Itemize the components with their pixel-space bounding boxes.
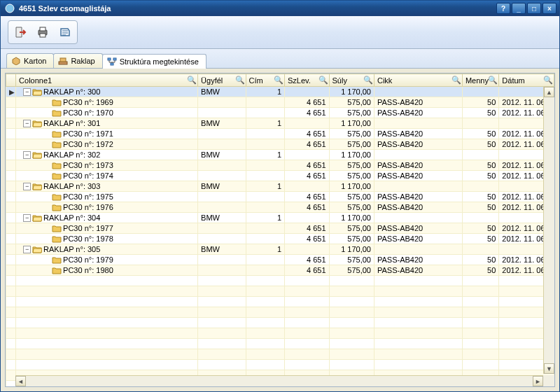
- row-marker: [6, 118, 16, 129]
- pallet-row[interactable]: −RAKLAP n°: 305BMW11 170,00: [6, 244, 554, 255]
- folder-open-icon: [32, 214, 42, 222]
- scroll-down-button[interactable]: ▼: [544, 363, 554, 374]
- magnifier-icon[interactable]: 🔍: [236, 76, 244, 84]
- cell-cim: 1: [246, 181, 284, 192]
- box-row[interactable]: PC30 n°: 19744 651575,00PASS-AB420502012…: [6, 171, 554, 181]
- main-window: 4651 Szlev csomaglistája ? _ □ × Karton: [0, 0, 560, 392]
- pallet-label: RAKLAP n°: 301: [43, 119, 100, 127]
- cell-ugyfel: BMW: [198, 87, 246, 97]
- cell-suly: 1 170,00: [329, 244, 374, 255]
- cell-cikk: PASS-AB420: [374, 192, 462, 202]
- magnifier-icon[interactable]: 🔍: [364, 76, 372, 84]
- cell-suly: 575,00: [329, 139, 374, 150]
- cell-menny: [462, 181, 498, 192]
- cell-menny: 50: [462, 234, 498, 244]
- cell-suly: 575,00: [329, 129, 374, 139]
- pallet-row[interactable]: −RAKLAP n°: 304BMW11 170,00: [6, 213, 554, 223]
- pallet-row[interactable]: −RAKLAP n°: 302BMW11 170,00: [6, 150, 554, 160]
- cell-menny: 50: [462, 97, 498, 108]
- title-bar[interactable]: 4651 Szlev csomaglistája ? _ □ ×: [1, 1, 559, 16]
- box-row[interactable]: PC30 n°: 19804 651575,00PASS-AB420502012…: [6, 265, 554, 276]
- cell-suly: 575,00: [329, 234, 374, 244]
- pallet-row[interactable]: ▶−RAKLAP n°: 300BMW11 170,00: [6, 87, 554, 97]
- collapse-toggle[interactable]: −: [23, 120, 31, 127]
- box-row[interactable]: PC30 n°: 19754 651575,00PASS-AB420502012…: [6, 192, 554, 202]
- col-szlev[interactable]: SzLev.🔍: [285, 74, 329, 87]
- close-button[interactable]: ×: [542, 3, 556, 14]
- col-cikk[interactable]: Cikk🔍: [374, 74, 462, 87]
- col-suly[interactable]: Súly🔍: [329, 74, 374, 87]
- cell-cikk: PASS-AB420: [374, 129, 462, 139]
- tab-structure[interactable]: Struktúra megtekintése: [102, 54, 206, 69]
- cell-menny: [462, 244, 498, 255]
- folder-icon: [52, 255, 62, 264]
- cell-szlev: 4 651: [285, 234, 329, 244]
- magnifier-icon[interactable]: 🔍: [188, 76, 196, 84]
- cell-menny: [462, 150, 498, 160]
- box-label: PC30 n°: 1979: [63, 255, 113, 264]
- cell-szlev: [285, 87, 329, 97]
- magnifier-icon[interactable]: 🔍: [319, 76, 328, 84]
- print-button[interactable]: [32, 22, 53, 42]
- cell-suly: 1 170,00: [329, 213, 374, 223]
- scroll-right-button[interactable]: ►: [533, 376, 543, 386]
- col-menny[interactable]: Menny🔍: [462, 74, 498, 87]
- cell-menny: 50: [462, 202, 498, 213]
- box-row[interactable]: PC30 n°: 19694 651575,00PASS-AB420502012…: [6, 97, 554, 108]
- col-colonne1[interactable]: Colonne1🔍: [16, 74, 198, 87]
- cell-cim: 1: [246, 150, 284, 160]
- magnifier-icon[interactable]: 🔍: [489, 76, 497, 84]
- tree-grid[interactable]: Colonne1🔍 Ügyfél🔍 Cím🔍 SzLev.🔍 Súly🔍 Cik…: [5, 73, 555, 387]
- magnifier-icon[interactable]: 🔍: [452, 76, 461, 84]
- vertical-scrollbar[interactable]: ▲ ▼: [543, 87, 554, 374]
- scroll-left-button[interactable]: ◄: [15, 376, 26, 386]
- maximize-button[interactable]: □: [527, 3, 541, 14]
- pallet-row[interactable]: −RAKLAP n°: 301BMW11 170,00: [6, 118, 554, 129]
- exit-button[interactable]: [10, 22, 31, 42]
- folder-open-icon: [32, 119, 42, 127]
- folder-open-icon: [32, 182, 42, 190]
- cell-suly: 575,00: [329, 171, 374, 181]
- pallet-row[interactable]: −RAKLAP n°: 303BMW11 170,00: [6, 181, 554, 192]
- col-ugyfel[interactable]: Ügyfél🔍: [198, 74, 246, 87]
- cell-ugyfel: BMW: [198, 213, 246, 223]
- box-label: PC30 n°: 1971: [63, 130, 113, 138]
- cell-ugyfel: BMW: [198, 118, 246, 129]
- scroll-up-button[interactable]: ▲: [544, 87, 554, 97]
- collapse-toggle[interactable]: −: [23, 88, 31, 96]
- cell-cikk: PASS-AB420: [374, 108, 462, 118]
- box-row[interactable]: PC30 n°: 19724 651575,00PASS-AB420502012…: [6, 139, 554, 150]
- minimize-button[interactable]: _: [512, 3, 526, 14]
- export-button[interactable]: [55, 22, 76, 42]
- col-datum[interactable]: Dátum🔍: [499, 74, 554, 87]
- collapse-toggle[interactable]: −: [23, 214, 31, 222]
- box-label: PC30 n°: 1974: [63, 172, 113, 180]
- box-row[interactable]: PC30 n°: 19734 651575,00PASS-AB420502012…: [6, 160, 554, 171]
- box-row[interactable]: PC30 n°: 19794 651575,00PASS-AB420502012…: [6, 255, 554, 265]
- cell-szlev: 4 651: [285, 160, 329, 171]
- magnifier-icon[interactable]: 🔍: [274, 76, 283, 84]
- collapse-toggle[interactable]: −: [23, 151, 31, 159]
- row-marker: [6, 150, 16, 160]
- horizontal-scrollbar[interactable]: ◄ ►: [15, 375, 543, 386]
- box-row[interactable]: PC30 n°: 19784 651575,00PASS-AB420502012…: [6, 234, 554, 244]
- collapse-toggle[interactable]: −: [23, 183, 31, 190]
- tab-karton[interactable]: Karton: [6, 53, 54, 68]
- tab-raklap[interactable]: Raklap: [53, 53, 102, 68]
- box-row[interactable]: PC30 n°: 19714 651575,00PASS-AB420502012…: [6, 129, 554, 139]
- magnifier-icon[interactable]: 🔍: [544, 76, 552, 84]
- col-rowmarker[interactable]: [6, 74, 16, 87]
- collapse-toggle[interactable]: −: [23, 246, 31, 253]
- help-button[interactable]: ?: [496, 3, 510, 14]
- box-label: PC30 n°: 1980: [63, 266, 113, 274]
- empty-row: [6, 349, 554, 360]
- tree-icon: [107, 57, 117, 66]
- col-cim[interactable]: Cím🔍: [246, 74, 284, 87]
- cell-cim: 1: [246, 244, 284, 255]
- box-row[interactable]: PC30 n°: 19764 651575,00PASS-AB420502012…: [6, 202, 554, 213]
- cell-cikk: PASS-AB420: [374, 265, 462, 276]
- folder-icon: [52, 192, 62, 201]
- box-label: PC30 n°: 1976: [63, 203, 113, 211]
- box-row[interactable]: PC30 n°: 19704 651575,00PASS-AB420502012…: [6, 108, 554, 118]
- box-row[interactable]: PC30 n°: 19774 651575,00PASS-AB420502012…: [6, 223, 554, 234]
